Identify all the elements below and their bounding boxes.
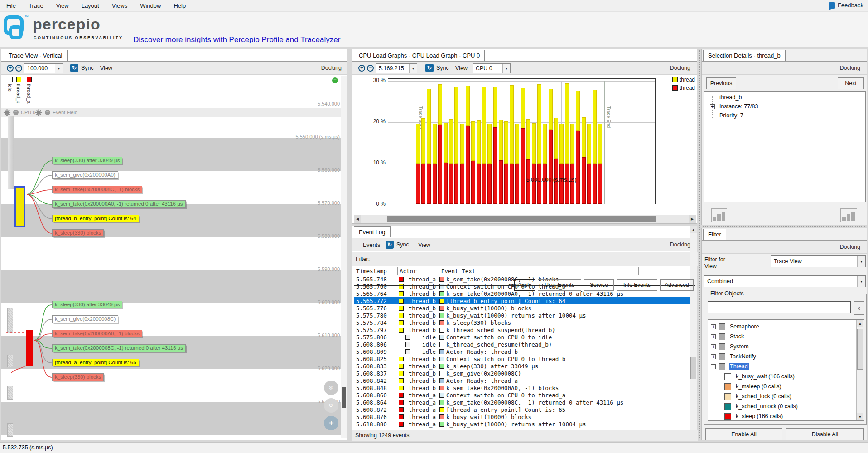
filter-mode-select[interactable]: Combined▼ (704, 275, 866, 287)
previous-button[interactable]: Previous (706, 77, 736, 89)
gear-icon[interactable] (37, 111, 41, 115)
table-row[interactable]: 5.575.797thread_bk_thread_sched_suspend(… (354, 326, 690, 333)
table-row[interactable]: 5.608.825thread_bContext switch on CPU 0… (354, 355, 690, 362)
scroll-down-icon[interactable]: ▼ (857, 413, 863, 420)
zoom-out-icon[interactable]: − (15, 65, 22, 72)
tab-filter[interactable]: Filter (703, 229, 726, 240)
column-header-event-text[interactable]: Event Text (439, 267, 639, 275)
gear-icon[interactable] (5, 111, 9, 115)
cpu-zoom-combo[interactable]: 5.169.215▼ (376, 63, 417, 73)
event-label[interactable]: [thread_b_entry_point] Count is: 64 (52, 215, 139, 222)
event-label[interactable]: k_sleep(330) after 33049 µs (52, 301, 122, 308)
collapse-field-icon[interactable]: − (45, 110, 50, 115)
event-docking[interactable]: Docking (670, 241, 690, 248)
scrollbar-thumb[interactable] (342, 387, 346, 408)
column-header-actor[interactable]: Actor (398, 267, 439, 275)
table-row[interactable]: 5.608.809idleActor Ready: thread_b (354, 348, 690, 355)
trace-zoom-combo[interactable]: 100.000▼ (24, 63, 63, 73)
table-row[interactable]: 5.608.837thread_bk_sem_give(0x2000008C) (354, 370, 690, 377)
table-row[interactable]: 5.565.776thread_bk_busy_wait(10000) bloc… (354, 304, 690, 312)
jump-down-button-2[interactable]: » (324, 398, 338, 413)
table-row[interactable]: 5.608.806idlek_thread_sched_resume(threa… (354, 341, 690, 348)
event-label[interactable]: k_sem_take(0x2000008C, -1) blocks (52, 186, 142, 193)
horizontal-splitter[interactable] (703, 226, 865, 227)
expander-icon[interactable]: - (711, 364, 716, 369)
info-events-button[interactable]: Info Events (617, 279, 657, 291)
table-row[interactable]: 5.608.833thread_bk_sleep(330) after 3304… (354, 362, 690, 370)
thread-a-segment[interactable] (26, 330, 33, 366)
filter-search-input[interactable] (708, 301, 851, 313)
filter-tree-item[interactable]: k_msleep (0 calls) (708, 381, 864, 391)
expander-icon[interactable]: + (711, 324, 716, 329)
menu-window[interactable]: Window (140, 2, 161, 9)
advanced-button[interactable]: Advanced (660, 279, 694, 291)
trace-sync-button[interactable]: ↻ Sync (70, 64, 94, 72)
expander-icon[interactable]: + (711, 334, 716, 339)
event-label[interactable]: [thread_a_entry_point] Count is: 65 (52, 359, 139, 366)
scroll-right-icon[interactable]: ▶ (689, 215, 696, 223)
enable-all-button[interactable]: Enable All (705, 428, 782, 440)
disable-all-button[interactable]: Disable All (786, 428, 864, 440)
cpu-docking[interactable]: Docking (670, 65, 690, 71)
scrollbar-thumb[interactable] (690, 357, 696, 379)
event-label[interactable]: k_sem_give(0x200000A0) (52, 171, 118, 179)
event-label[interactable]: k_sem_take(0x2000008C, -1) returned 0 af… (52, 344, 186, 352)
collapse-cpu-icon[interactable]: − (13, 110, 19, 115)
event-sync-button[interactable]: ↻ Sync (386, 241, 409, 249)
vertical-splitter[interactable] (699, 50, 700, 439)
menu-file[interactable]: File (6, 2, 16, 9)
trace-docking[interactable]: Docking (321, 65, 342, 71)
histogram-icon[interactable] (840, 208, 857, 222)
zoom-in-icon[interactable]: + (358, 65, 365, 72)
filter-tree-scrollbar[interactable]: ▲ ▼ (856, 320, 864, 420)
table-row[interactable]: 5.565.772thread_b[thread_b_entry_point] … (354, 297, 690, 304)
thread-b-selected-segment[interactable] (14, 186, 25, 227)
event-label[interactable]: k_sleep(330) blocks (52, 229, 104, 237)
menu-trace[interactable]: Trace (29, 2, 43, 9)
event-view-menu[interactable]: View (418, 242, 430, 248)
selection-tree-item[interactable]: Priority: 7 (719, 112, 743, 119)
menu-layout[interactable]: Layout (82, 2, 99, 9)
menu-view[interactable]: View (56, 2, 69, 9)
scrollbar-thumb[interactable] (387, 216, 656, 222)
filter-tree-item[interactable]: k_sched_unlock (0 calls) (708, 401, 864, 411)
menu-help[interactable]: Help (174, 2, 186, 9)
filter-tree-item[interactable]: k_sched_lock (0 calls) (708, 391, 864, 401)
apply-button[interactable]: Apply (514, 279, 535, 291)
cpu-sync-button[interactable]: ↻ Sync (425, 64, 449, 72)
service-button[interactable]: Service (584, 279, 614, 291)
promo-link[interactable]: Discover more insights with Percepio Pro… (133, 35, 340, 44)
event-label[interactable]: k_sem_give(0x2000008C) (52, 315, 118, 323)
filter-tree-item[interactable]: +System (708, 342, 864, 352)
filter-tree-item[interactable]: +Stack (708, 332, 864, 342)
events-menu[interactable]: Events (363, 242, 380, 248)
zoom-in-icon[interactable]: + (7, 65, 14, 72)
event-label[interactable]: k_sem_take(0x200000A0, -1) returned 0 af… (52, 200, 186, 208)
chevron-down-icon[interactable]: ▼ (857, 276, 865, 287)
table-row[interactable]: 5.608.876thread_ak_busy_wait(10000) bloc… (354, 413, 690, 420)
filter-tree-item[interactable]: k_busy_wait (166 calls) (708, 371, 864, 381)
table-row[interactable]: 5.565.764thread_bk_sem_take(0x200000A0, … (354, 290, 690, 297)
table-row[interactable]: 5.608.860thread_aContext switch on CPU 0… (354, 391, 690, 399)
filter-tree-item[interactable]: +Semaphore (708, 322, 864, 332)
scroll-up-icon[interactable]: ▲ (857, 320, 863, 327)
table-row[interactable]: 5.608.842thread_bActor Ready: thread_a (354, 377, 690, 384)
filter-docking[interactable]: Docking (840, 244, 860, 250)
expander-icon[interactable]: + (711, 344, 716, 349)
chevron-down-icon[interactable]: ▼ (857, 256, 865, 267)
event-label[interactable]: k_sleep(330) after 33049 µs (52, 157, 122, 164)
feedback-button[interactable]: Feedback (829, 2, 863, 9)
scroll-up-icon[interactable]: ▲ (690, 226, 697, 233)
expander-icon[interactable]: + (710, 104, 715, 109)
jump-down-button[interactable]: » (324, 381, 338, 395)
tab-cpu-load[interactable]: CPU Load Graphs - CPU Load Graph - CPU 0 (354, 50, 485, 61)
next-button[interactable]: Next (838, 77, 864, 89)
table-row[interactable]: 5.575.780thread_bk_busy_wait(10000) retu… (354, 312, 690, 319)
event-vertical-scrollbar[interactable]: ▲ ▼ (690, 226, 697, 440)
expander-icon[interactable]: + (711, 354, 716, 359)
event-table-header[interactable]: TimestampActorEvent Text (354, 267, 690, 275)
filter-tree-item[interactable]: k_sleep (166 calls) (708, 411, 864, 421)
cpu-horizontal-scrollbar[interactable]: ◀ ▶ (354, 215, 696, 223)
chevron-down-icon[interactable]: ▼ (502, 64, 510, 73)
clear-filter-button[interactable]: x (854, 301, 864, 315)
